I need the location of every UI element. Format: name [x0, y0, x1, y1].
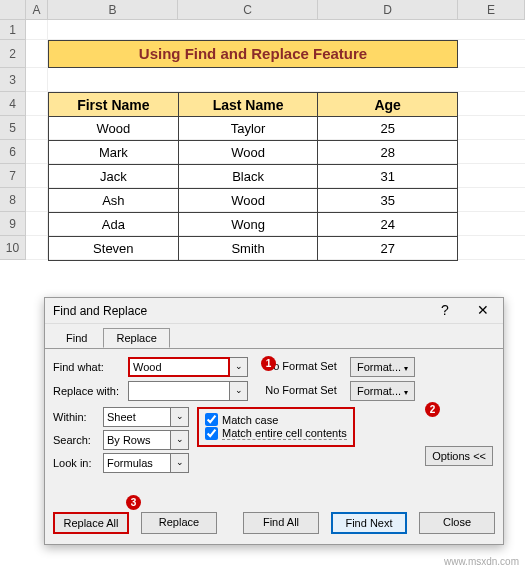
row-header[interactable]: 8	[0, 188, 26, 212]
replace-button[interactable]: Replace	[141, 512, 217, 534]
button-row: Replace All Replace Find All Find Next C…	[53, 512, 495, 534]
watermark: www.msxdn.com	[444, 556, 519, 567]
help-icon[interactable]: ?	[427, 298, 463, 324]
col-header-c[interactable]: C	[178, 0, 318, 19]
row-header[interactable]: 6	[0, 140, 26, 164]
row-header[interactable]: 3	[0, 68, 26, 92]
row-header[interactable]: 5	[0, 116, 26, 140]
replacewith-dropdown-icon[interactable]: ⌄	[230, 381, 248, 401]
tab-find[interactable]: Find	[53, 328, 100, 348]
search-label: Search:	[53, 434, 103, 446]
table-row: WoodTaylor25	[49, 117, 458, 141]
th-last: Last Name	[178, 93, 318, 117]
annotation-3: 3	[126, 495, 141, 510]
replacewith-label: Replace with:	[53, 385, 128, 397]
findall-button[interactable]: Find All	[243, 512, 319, 534]
tab-replace[interactable]: Replace	[103, 328, 169, 348]
dialog-title-text: Find and Replace	[53, 304, 147, 318]
row-header[interactable]: 10	[0, 236, 26, 260]
chevron-down-icon: ▾	[404, 388, 408, 397]
row-header[interactable]: 7	[0, 164, 26, 188]
close-icon[interactable]: ✕	[465, 298, 501, 324]
table-row: StevenSmith27	[49, 237, 458, 261]
row-header[interactable]: 1	[0, 20, 26, 40]
matchentire-checkbox[interactable]: Match entire cell contents	[205, 427, 347, 440]
table-row: JackBlack31	[49, 165, 458, 189]
findwhat-dropdown-icon[interactable]: ⌄	[230, 357, 248, 377]
dialog-title: Find and Replace ? ✕	[45, 298, 503, 324]
tabstrip: Find Replace	[53, 328, 503, 349]
replacewith-format-button[interactable]: Format...▾	[350, 381, 415, 401]
findnext-button[interactable]: Find Next	[331, 512, 407, 534]
within-label: Within:	[53, 411, 103, 423]
table-row: AshWood35	[49, 189, 458, 213]
col-header-d[interactable]: D	[318, 0, 458, 19]
chevron-down-icon[interactable]: ⌄	[171, 407, 189, 427]
search-select[interactable]	[103, 430, 171, 450]
annotation-1: 1	[261, 356, 276, 371]
col-header-e[interactable]: E	[458, 0, 525, 19]
match-options-group: Match case Match entire cell contents	[197, 407, 355, 447]
row-headers: 1 2 3 4 5 6 7 8 9 10	[0, 20, 26, 260]
chevron-down-icon: ▾	[404, 364, 408, 373]
select-all-corner[interactable]	[0, 0, 26, 19]
title-cell: Using Find and Replace Feature	[48, 40, 458, 68]
replacewith-format-state: No Format Set	[256, 381, 346, 401]
within-select[interactable]	[103, 407, 171, 427]
th-first: First Name	[49, 93, 179, 117]
table-row: MarkWood28	[49, 141, 458, 165]
row-header[interactable]: 4	[0, 92, 26, 116]
chevron-down-icon[interactable]: ⌄	[171, 430, 189, 450]
findwhat-format-button[interactable]: Format...▾	[350, 357, 415, 377]
col-header-a[interactable]: A	[26, 0, 48, 19]
options-button[interactable]: Options <<	[425, 446, 493, 466]
findwhat-label: Find what:	[53, 361, 128, 373]
table-row: AdaWong24	[49, 213, 458, 237]
data-table: First Name Last Name Age WoodTaylor25 Ma…	[48, 92, 458, 261]
replaceall-button[interactable]: Replace All	[53, 512, 129, 534]
matchcase-checkbox[interactable]: Match case	[205, 413, 347, 426]
findwhat-input[interactable]	[128, 357, 230, 377]
lookin-select[interactable]	[103, 453, 171, 473]
row-header[interactable]: 2	[0, 40, 26, 68]
replacewith-input[interactable]	[128, 381, 230, 401]
find-replace-dialog: Find and Replace ? ✕ Find Replace Find w…	[44, 297, 504, 545]
th-age: Age	[318, 93, 458, 117]
row-header[interactable]: 9	[0, 212, 26, 236]
annotation-2: 2	[425, 402, 440, 417]
close-button[interactable]: Close	[419, 512, 495, 534]
chevron-down-icon[interactable]: ⌄	[171, 453, 189, 473]
col-headers: A B C D E	[0, 0, 525, 20]
lookin-label: Look in:	[53, 457, 103, 469]
col-header-b[interactable]: B	[48, 0, 178, 19]
